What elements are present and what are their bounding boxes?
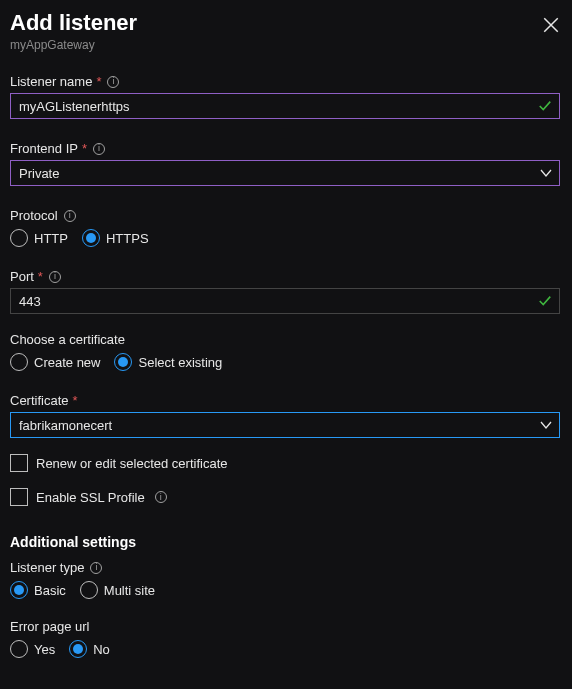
port-input[interactable]: [10, 288, 560, 314]
listener-type-basic-label: Basic: [34, 583, 66, 598]
renew-cert-checkbox[interactable]: Renew or edit selected certificate: [10, 454, 560, 472]
listener-type-multi-radio[interactable]: Multi site: [80, 581, 155, 599]
cert-create-radio[interactable]: Create new: [10, 353, 100, 371]
close-icon[interactable]: [542, 16, 560, 34]
page-title: Add listener: [10, 10, 137, 36]
listener-type-label: Listener type: [10, 560, 84, 575]
cert-create-label: Create new: [34, 355, 100, 370]
info-icon[interactable]: i: [64, 210, 76, 222]
frontend-ip-select[interactable]: Private: [10, 160, 560, 186]
info-icon[interactable]: i: [107, 76, 119, 88]
check-icon: [538, 99, 552, 113]
listener-type-multi-label: Multi site: [104, 583, 155, 598]
port-label: Port: [10, 269, 34, 284]
error-page-no-label: No: [93, 642, 110, 657]
cert-select-radio[interactable]: Select existing: [114, 353, 222, 371]
protocol-https-label: HTTPS: [106, 231, 149, 246]
info-icon[interactable]: i: [90, 562, 102, 574]
protocol-http-radio[interactable]: HTTP: [10, 229, 68, 247]
breadcrumb: myAppGateway: [10, 38, 137, 52]
renew-cert-label: Renew or edit selected certificate: [36, 456, 227, 471]
required-marker: *: [82, 141, 87, 156]
error-page-label: Error page url: [10, 619, 89, 634]
error-page-yes-radio[interactable]: Yes: [10, 640, 55, 658]
additional-settings-heading: Additional settings: [10, 534, 560, 550]
check-icon: [538, 294, 552, 308]
cert-select-label: Select existing: [138, 355, 222, 370]
info-icon[interactable]: i: [93, 143, 105, 155]
info-icon[interactable]: i: [155, 491, 167, 503]
error-page-no-radio[interactable]: No: [69, 640, 110, 658]
required-marker: *: [96, 74, 101, 89]
certificate-label: Certificate: [10, 393, 69, 408]
protocol-http-label: HTTP: [34, 231, 68, 246]
required-marker: *: [73, 393, 78, 408]
info-icon[interactable]: i: [49, 271, 61, 283]
listener-type-basic-radio[interactable]: Basic: [10, 581, 66, 599]
listener-name-input[interactable]: [10, 93, 560, 119]
enable-ssl-checkbox[interactable]: Enable SSL Profile i: [10, 488, 560, 506]
frontend-ip-label: Frontend IP: [10, 141, 78, 156]
required-marker: *: [38, 269, 43, 284]
choose-cert-label: Choose a certificate: [10, 332, 125, 347]
protocol-label: Protocol: [10, 208, 58, 223]
listener-name-label: Listener name: [10, 74, 92, 89]
certificate-select[interactable]: fabrikamonecert: [10, 412, 560, 438]
enable-ssl-label: Enable SSL Profile: [36, 490, 145, 505]
error-page-yes-label: Yes: [34, 642, 55, 657]
protocol-https-radio[interactable]: HTTPS: [82, 229, 149, 247]
